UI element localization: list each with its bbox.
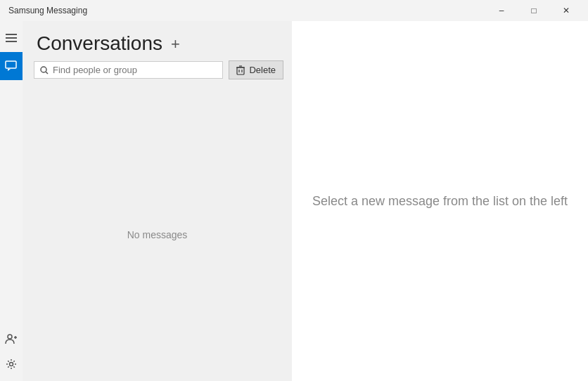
svg-point-4: [8, 335, 12, 339]
svg-rect-2: [6, 41, 17, 42]
left-panel-header: Conversations +: [23, 21, 292, 60]
page-title: Conversations: [37, 32, 162, 55]
settings-icon[interactable]: [0, 353, 23, 375]
sidebar-bottom: [0, 328, 23, 381]
svg-point-6: [41, 67, 46, 72]
left-panel: Conversations +: [23, 21, 292, 381]
svg-point-5: [10, 363, 13, 366]
search-bar: Delete: [23, 60, 292, 88]
sidebar-item-conversations[interactable]: [0, 52, 23, 80]
search-icon: [40, 66, 49, 75]
contacts-icon[interactable]: [0, 328, 23, 350]
title-bar: Samsung Messaging – □ ✕: [0, 0, 588, 21]
add-conversation-button[interactable]: +: [171, 37, 180, 52]
delete-label: Delete: [249, 65, 276, 75]
delete-button[interactable]: Delete: [229, 60, 283, 79]
trash-icon: [236, 65, 245, 75]
no-messages-text: No messages: [127, 229, 188, 240]
select-message-placeholder: Select a new message from the list on th…: [312, 194, 568, 209]
sidebar: [0, 21, 23, 381]
app-title: Samsung Messaging: [8, 6, 87, 15]
window-controls: – □ ✕: [485, 0, 582, 21]
search-input[interactable]: [53, 65, 217, 75]
svg-rect-1: [6, 37, 17, 39]
close-button[interactable]: ✕: [550, 0, 582, 21]
maximize-button[interactable]: □: [518, 0, 550, 21]
hamburger-menu-icon[interactable]: [0, 27, 23, 49]
sidebar-top: [0, 27, 23, 80]
svg-rect-3: [6, 61, 16, 68]
minimize-button[interactable]: –: [485, 0, 518, 21]
svg-line-7: [46, 72, 48, 74]
svg-rect-0: [6, 34, 17, 35]
no-messages-area: No messages: [23, 88, 292, 381]
svg-rect-8: [237, 67, 244, 75]
app-body: Conversations +: [0, 21, 588, 381]
right-panel: Select a new message from the list on th…: [292, 21, 588, 381]
search-input-wrapper: [34, 61, 223, 79]
